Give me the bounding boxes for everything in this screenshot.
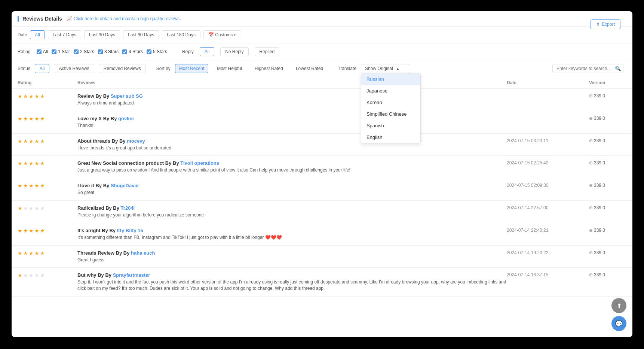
review-cell: Great New Social connection product By B… (77, 160, 507, 173)
table-row: ★★★★★ Love my X By By govker Thanks!! ⊕ … (12, 111, 632, 134)
review-author-link[interactable]: Tivoli operations (180, 160, 219, 166)
review-author-link[interactable]: ShugeDavid (111, 183, 139, 188)
review-cell: About threads By By mocevy I love thread… (77, 138, 507, 151)
star-2: ★ (23, 116, 28, 122)
star-2: ★ (23, 205, 28, 211)
circle-icon: ⊕ (589, 93, 593, 98)
sort-recent-button[interactable]: Most Recent (175, 64, 208, 73)
table-row: ★★★★★ Great New Social connection produc… (12, 156, 632, 178)
review-title: Threads Review By By haha euch (77, 250, 507, 256)
date-90days-button[interactable]: Last 90 Days (123, 30, 159, 39)
review-body: So great (77, 189, 507, 196)
star-rating: ★★★★★ (18, 116, 77, 122)
star-2: ★ (23, 138, 28, 144)
review-cell: Review By By Super sub SG Always on time… (77, 93, 507, 106)
star-1: ★ (18, 160, 22, 166)
translate-dropdown-wrap: Show Original ▲ Russian Japanese Korean … (361, 64, 411, 73)
circle-icon: ⊕ (589, 250, 593, 255)
translate-option-english[interactable]: English (361, 131, 420, 143)
search-input[interactable] (552, 64, 623, 73)
sort-lowest-button[interactable]: Lowest Rated (292, 64, 327, 73)
circle-icon: ⊕ (589, 160, 593, 166)
review-author-link[interactable]: govker (118, 116, 134, 121)
review-body: Please ig change your algorithm before y… (77, 212, 507, 218)
review-title: About threads By By mocevy (77, 138, 507, 144)
rating-4stars-checkbox[interactable]: 4 Stars (122, 49, 143, 54)
reply-replied-button[interactable]: Replied (255, 47, 280, 56)
review-date: 2024-07-15 02:25:42 (507, 160, 589, 166)
date-all-button[interactable]: All (30, 30, 45, 39)
review-title: Love my X By By govker (77, 116, 507, 121)
status-active-button[interactable]: Active Reviews (54, 64, 94, 73)
star-4: ★ (34, 272, 39, 278)
status-removed-button[interactable]: Removed Reviews (99, 64, 146, 73)
review-author-link[interactable]: haha euch (131, 250, 155, 256)
rating-all-checkbox[interactable]: All (37, 49, 48, 54)
star-3: ★ (29, 160, 34, 166)
page-title: Reviews Details (18, 16, 62, 22)
review-cell: I love it By By ShugeDavid So great (77, 183, 507, 196)
star-2: ★ (23, 183, 28, 189)
reply-no-reply-button[interactable]: No Reply (220, 47, 248, 56)
translate-option-spanish[interactable]: Spanish (361, 120, 420, 131)
table-row: ★★★★★ About threads By By mocevy I love … (12, 134, 632, 156)
review-body: It's something different than FB, Instag… (77, 234, 507, 241)
circle-icon: ⊕ (589, 272, 593, 277)
star-rating: ★★★★★ (18, 183, 77, 189)
translate-option-russian[interactable]: Russian (361, 73, 420, 85)
date-30days-button[interactable]: Last 30 Days (84, 30, 120, 39)
star-5: ★ (40, 138, 45, 144)
date-7days-button[interactable]: Last 7 Days (48, 30, 81, 39)
translate-dropdown-button[interactable]: Show Original ▲ (361, 64, 411, 73)
circle-icon: ⊕ (589, 228, 593, 233)
star-5: ★ (40, 116, 45, 122)
review-author-link[interactable]: Sprayfartmaster (113, 272, 150, 278)
review-body: I love threads it's a great app but so u… (77, 145, 507, 151)
rating-1star-checkbox[interactable]: 1 Star (52, 49, 70, 54)
translate-option-korean[interactable]: Korean (361, 97, 420, 108)
review-author-link[interactable]: mocevy (127, 138, 145, 144)
translate-dropdown-menu: Russian Japanese Korean Simplified Chine… (361, 73, 421, 143)
quality-reviews-link[interactable]: 📈 Click here to obtain and maintain high… (67, 16, 181, 21)
star-4: ★ (34, 183, 39, 189)
star-5: ★ (40, 183, 45, 189)
review-date: 2024-07-15 03:20:11 (507, 138, 589, 143)
customize-button[interactable]: 📅 Customize (203, 30, 241, 39)
star-5: ★ (40, 272, 45, 278)
star-3: ★ (29, 183, 34, 189)
review-date: 2024-07-15 02:09:30 (507, 183, 589, 188)
export-button[interactable]: ⬆ Export (591, 19, 620, 29)
table-row: ★★★★★ It's alright By By Itty Bitty 15 I… (12, 223, 632, 246)
star-3: ★ (29, 250, 34, 256)
review-date: 2024-07-14 22:57:00 (507, 205, 589, 210)
star-4: ★ (34, 138, 39, 144)
date-180days-button[interactable]: Last 180 Days (162, 30, 200, 39)
rating-2stars-checkbox[interactable]: 2 Stars (74, 49, 94, 54)
translate-option-simplified-chinese[interactable]: Simplified Chinese (361, 108, 420, 120)
review-author-link[interactable]: Tr204l (121, 205, 135, 211)
star-rating: ★★★★★ (18, 250, 77, 256)
rating-5stars-checkbox[interactable]: 5 Stars (147, 49, 167, 54)
sort-highest-button[interactable]: Highest Rated (251, 64, 287, 73)
sort-helpful-button[interactable]: Most Helpful (213, 64, 246, 73)
review-cell: Love my X By By govker Thanks!! (77, 116, 507, 129)
star-rating: ★★★★★ (18, 228, 77, 234)
star-5: ★ (40, 93, 45, 99)
export-icon: ⬆ (596, 22, 600, 27)
star-1: ★ (18, 183, 22, 189)
star-4: ★ (34, 93, 39, 99)
reply-all-button[interactable]: All (200, 47, 214, 56)
translate-option-japanese[interactable]: Japanese (361, 85, 420, 97)
rating-3stars-checkbox[interactable]: 3 Stars (98, 49, 119, 54)
review-version: ⊕ 339.0 (589, 205, 626, 210)
chat-fab-button[interactable]: 💬 (611, 316, 626, 331)
upload-fab-button[interactable]: ⬆ (611, 298, 626, 313)
review-title: I love it By By ShugeDavid (77, 183, 507, 188)
table-row: ★★★★★ Radicalized By By Tr204l Please ig… (12, 201, 632, 223)
review-author-link[interactable]: Super sub SG (111, 93, 143, 99)
status-all-button[interactable]: All (35, 64, 49, 73)
star-2: ★ (23, 272, 28, 278)
review-body: Stop it, I won't get into it and the fac… (77, 279, 507, 292)
star-3: ★ (29, 116, 34, 122)
review-author-link[interactable]: Itty Bitty 15 (117, 228, 143, 233)
